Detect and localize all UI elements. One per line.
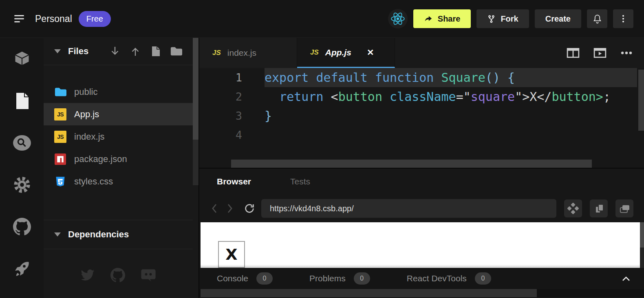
js-file-icon: JS [54, 108, 66, 121]
responsive-preview-icon[interactable] [564, 199, 582, 217]
file-name: styles.css [74, 176, 113, 187]
console-tab-label: Console [217, 274, 248, 283]
editor-tabs: JSindex.jsJSApp.js✕ [199, 38, 395, 68]
file-list: publicJSApp.jsJSindex.jspackage.jsonstyl… [44, 81, 193, 193]
code-lines: 1export default function Square() {2 ret… [199, 68, 644, 145]
download-icon[interactable] [109, 45, 121, 57]
open-external-window-icon[interactable] [615, 199, 633, 217]
fork-icon [487, 15, 496, 23]
file-row-package.json[interactable]: package.json [44, 148, 193, 170]
upload-icon[interactable] [129, 45, 141, 57]
scrollbar-thumb[interactable] [640, 222, 644, 248]
kebab-menu-icon[interactable] [613, 9, 633, 28]
cube-icon[interactable] [12, 49, 32, 69]
line-content: export default function Square() { [265, 68, 637, 87]
file-row-public[interactable]: public [44, 81, 193, 103]
code-line-3[interactable]: 3} [199, 106, 644, 125]
npm-file-icon [54, 153, 66, 165]
explorer-header[interactable]: Files [44, 38, 193, 65]
editor-horizontal-scrollbar[interactable] [231, 160, 592, 168]
create-button[interactable]: Create [535, 9, 581, 28]
line-number: 2 [199, 90, 242, 103]
menu-icon[interactable] [11, 10, 29, 28]
code-line-2[interactable]: 2 return <button className="square">X</b… [199, 87, 644, 106]
gear-icon[interactable] [12, 175, 32, 195]
github-icon[interactable] [110, 268, 125, 283]
close-tab-icon[interactable]: ✕ [367, 48, 374, 57]
line-number: 3 [199, 110, 242, 122]
open-preview-icon[interactable] [593, 47, 607, 59]
discord-icon[interactable] [141, 268, 156, 283]
file-row-styles.css[interactable]: styles.css [44, 170, 193, 193]
file-icon[interactable] [12, 91, 32, 111]
back-icon[interactable] [207, 201, 222, 216]
chevron-down-icon [54, 232, 61, 237]
file-row-App.js[interactable]: JSApp.js [44, 103, 193, 125]
split-view-icon[interactable] [567, 47, 580, 59]
square-button[interactable]: X [218, 241, 245, 268]
fork-button[interactable]: Fork [476, 9, 529, 28]
notifications-bell-icon[interactable] [587, 9, 607, 28]
codesandbox-app: Personal Free Share Fork Create [0, 0, 644, 298]
share-icon [424, 14, 433, 23]
file-name: public [74, 87, 97, 97]
top-bar: Personal Free Share Fork Create [0, 0, 644, 38]
line-content: } [265, 106, 637, 125]
file-explorer: Files publicJSApp.jsJSindex.jspackage.js… [44, 38, 193, 298]
console-tab-problems[interactable]: Problems0 [309, 272, 370, 285]
js-file-icon: JS [54, 131, 66, 143]
preview-panel: BrowserTests [199, 168, 644, 298]
scrollbar-track [193, 140, 198, 185]
workspace-name[interactable]: Personal [35, 13, 72, 24]
refresh-icon[interactable] [242, 201, 257, 216]
twitter-icon[interactable] [80, 268, 95, 283]
count-badge: 0 [354, 272, 370, 285]
react-logo-icon[interactable] [388, 9, 408, 28]
topbar-actions: Share Fork Create [388, 9, 633, 28]
explorer-scrollbar[interactable] [193, 38, 198, 298]
preview-viewport: X [201, 222, 640, 268]
share-button[interactable]: Share [413, 9, 471, 28]
code-line-4[interactable]: 4 [199, 125, 644, 145]
dependencies-header[interactable]: Dependencies [44, 220, 193, 249]
bottom-scrollbar[interactable] [199, 289, 644, 297]
explorer-toolbar [109, 45, 182, 57]
social-links [44, 268, 193, 283]
editor-tab-App.js[interactable]: JSApp.js✕ [297, 38, 395, 68]
editor-tab-actions [567, 38, 644, 68]
preview-tab-tests[interactable]: Tests [290, 177, 310, 186]
forward-icon[interactable] [222, 201, 238, 216]
js-file-icon: JS [310, 48, 319, 57]
rocket-icon[interactable] [12, 259, 32, 278]
scrollbar-thumb[interactable] [193, 38, 198, 140]
css-file-icon [54, 175, 66, 188]
editor-tab-index.js[interactable]: JSindex.js [199, 38, 297, 68]
count-badge: 0 [475, 272, 491, 285]
file-row-index.js[interactable]: JSindex.js [44, 125, 193, 148]
preview-tab-browser[interactable]: Browser [217, 177, 251, 186]
file-name: App.js [74, 109, 99, 120]
chevron-down-icon [54, 49, 61, 53]
count-badge: 0 [256, 272, 273, 285]
github-icon[interactable] [12, 217, 32, 237]
file-name: package.json [74, 154, 127, 164]
chevron-up-icon[interactable] [621, 275, 631, 282]
search-icon[interactable] [12, 133, 32, 153]
line-content [265, 125, 637, 145]
tab-label: index.js [227, 48, 256, 58]
url-bar[interactable] [261, 199, 556, 218]
preview-scrollbar[interactable] [640, 222, 644, 268]
more-options-icon[interactable] [620, 51, 633, 55]
new-file-icon[interactable] [150, 45, 162, 57]
open-in-new-tab-icon[interactable] [590, 199, 608, 217]
folder-file-icon [54, 86, 66, 98]
console-tab-react-devtools[interactable]: React DevTools0 [407, 272, 491, 285]
console-tab-console[interactable]: Console0 [217, 272, 273, 285]
editor-tabbar: JSindex.jsJSApp.js✕ [199, 38, 644, 68]
code-line-1[interactable]: 1export default function Square() { [199, 68, 644, 87]
scrollbar-thumb[interactable] [201, 289, 537, 297]
editor-vertical-scrollbar[interactable] [638, 70, 644, 131]
browser-preview: X [199, 222, 644, 268]
new-folder-icon[interactable] [170, 45, 182, 57]
code-editor[interactable]: 1export default function Square() {2 ret… [199, 68, 644, 168]
